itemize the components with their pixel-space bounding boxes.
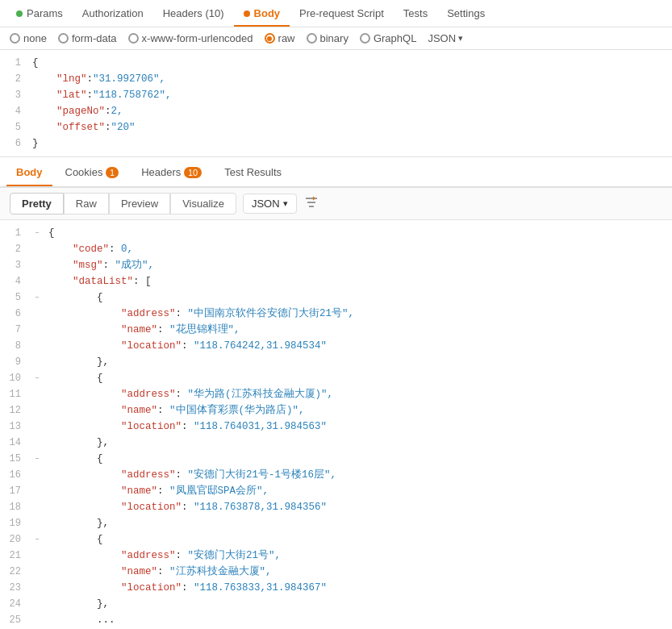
body-type-label-x-www-form-urlencoded: x-www-form-urlencoded — [142, 32, 253, 44]
body-type-label-graphql: GraphQL — [374, 32, 416, 44]
view-btn-pretty[interactable]: Pretty — [10, 193, 64, 215]
request-line-6: 6} — [0, 135, 672, 152]
resp-line-4: 4 "dataList": [ — [0, 273, 672, 290]
view-btn-preview[interactable]: Preview — [109, 193, 170, 215]
json-value: [ — [145, 276, 152, 287]
resp-tab-label-headers: Headers — [141, 166, 181, 178]
body-type-label-form-data: form-data — [72, 32, 117, 44]
json-key: "name" — [121, 566, 157, 577]
json-value: "118.763833,31.984367" — [194, 582, 327, 594]
line-number: 3 — [0, 87, 29, 103]
resp-line-8: 8 "location": "118.764242,31.984534" — [0, 338, 672, 354]
json-key: "msg" — [73, 260, 103, 271]
json-value: "118.758762", — [93, 90, 172, 101]
expand-icon: – — [29, 290, 45, 306]
line-number: 10 — [0, 370, 29, 386]
resp-line-18: 18 "location": "118.763878,31.984356" — [0, 499, 672, 515]
resp-line-25: 25 ... — [0, 612, 672, 628]
line-number: 19 — [0, 515, 29, 531]
top-tab-label-headers: Headers (10) — [163, 7, 224, 19]
resp-line-content: { — [45, 451, 672, 467]
expand-icon: – — [29, 370, 45, 386]
line-content: "lat":"118.758762", — [29, 87, 672, 103]
resp-tab-cookies[interactable]: Cookies 1 — [56, 160, 129, 185]
json-key: "lat" — [56, 90, 87, 101]
line-content: { — [29, 55, 672, 71]
top-tab-headers[interactable]: Headers (10) — [153, 1, 234, 26]
resp-line-content: "location": "118.763833,31.984367" — [45, 580, 672, 596]
top-tab-tests[interactable]: Tests — [394, 1, 437, 26]
view-button-bar: PrettyRawPreviewVisualizeJSON▾ — [0, 188, 672, 220]
filter-icon[interactable] — [303, 194, 319, 213]
line-number: 11 — [0, 386, 29, 402]
body-type-bar: noneform-datax-www-form-urlencodedrawbin… — [0, 27, 672, 50]
radio-form-data — [58, 33, 69, 44]
top-tab-bar: ParamsAuthorizationHeaders (10)BodyPre-r… — [0, 0, 672, 27]
top-tab-params[interactable]: Params — [6, 1, 73, 26]
line-number: 6 — [0, 135, 29, 152]
line-number: 5 — [0, 290, 29, 306]
radio-graphql — [360, 33, 370, 44]
json-key: "location" — [121, 582, 182, 594]
resp-tab-testresults[interactable]: Test Results — [215, 160, 291, 185]
json-key: "name" — [121, 324, 157, 335]
line-number: 12 — [0, 402, 29, 419]
top-tab-body[interactable]: Body — [234, 1, 290, 26]
json-key: "pageNo" — [56, 106, 105, 117]
expand-icon: – — [29, 451, 45, 467]
resp-line-6: 6 "address": "中国南京软件谷安德门大街21号", — [0, 306, 672, 322]
view-btn-raw[interactable]: Raw — [64, 193, 109, 215]
resp-tab-badge-cookies: 1 — [106, 167, 119, 178]
json-value: "华为路(江苏科技金融大厦)", — [188, 389, 334, 400]
radio-raw — [265, 33, 275, 44]
resp-line-content: }, — [45, 596, 672, 612]
response-code-area: 1–{2 "code": 0,3 "msg": "成功",4 "dataList… — [0, 220, 672, 629]
resp-line-content: "address": "中国南京软件谷安德门大街21号", — [45, 306, 672, 322]
json-value: 0, — [121, 244, 133, 255]
top-tab-label-authorization: Authorization — [82, 7, 144, 19]
json-value: "江苏科技金融大厦", — [169, 566, 272, 577]
json-key: "location" — [121, 340, 182, 352]
top-tab-authorization[interactable]: Authorization — [73, 1, 153, 26]
line-number: 25 — [0, 612, 29, 628]
line-number: 14 — [0, 435, 29, 451]
chevron-down-icon: ▾ — [458, 33, 463, 44]
json-value: "中国体育彩票(华为路店)", — [169, 405, 305, 416]
response-format-select[interactable]: JSON▾ — [243, 194, 297, 214]
body-type-graphql[interactable]: GraphQL — [360, 32, 416, 44]
json-key: "address" — [121, 550, 176, 561]
resp-line-content: "location": "118.764242,31.984534" — [45, 338, 672, 354]
json-key: "location" — [121, 502, 182, 513]
json-format-dropdown[interactable]: JSON▾ — [428, 32, 463, 44]
body-type-raw[interactable]: raw — [265, 32, 295, 44]
json-key: "offset" — [56, 122, 105, 133]
resp-tab-badge-headers: 10 — [184, 167, 202, 178]
body-type-binary[interactable]: binary — [307, 32, 349, 44]
line-number: 6 — [0, 306, 29, 322]
top-tab-settings[interactable]: Settings — [437, 1, 495, 26]
resp-line-16: 16 "address": "安德门大街21号-1号楼16层", — [0, 467, 672, 483]
json-key: "name" — [121, 485, 157, 497]
line-number: 8 — [0, 338, 29, 354]
line-number: 2 — [0, 241, 29, 257]
view-btn-visualize[interactable]: Visualize — [170, 193, 236, 215]
body-type-x-www-form-urlencoded[interactable]: x-www-form-urlencoded — [128, 32, 253, 44]
json-key: "dataList" — [73, 276, 133, 287]
chevron-down-icon: ▾ — [283, 198, 288, 209]
top-tab-prerequest[interactable]: Pre-request Script — [290, 1, 394, 26]
body-type-form-data[interactable]: form-data — [58, 32, 117, 44]
json-key: "address" — [121, 389, 176, 400]
resp-line-3: 3 "msg": "成功", — [0, 257, 672, 273]
resp-tab-label-cookies: Cookies — [65, 166, 103, 178]
line-content: "lng":"31.992706", — [29, 71, 672, 87]
resp-tab-body[interactable]: Body — [6, 160, 52, 185]
response-tab-bar: BodyCookies 1Headers 10Test Results — [0, 157, 672, 188]
line-number: 1 — [0, 55, 29, 71]
body-type-none[interactable]: none — [10, 32, 47, 44]
top-tab-label-settings: Settings — [447, 7, 485, 19]
resp-tab-headers[interactable]: Headers 10 — [131, 160, 211, 185]
json-key: "location" — [121, 421, 182, 432]
line-number: 20 — [0, 531, 29, 548]
body-type-label-binary: binary — [320, 32, 349, 44]
radio-none — [10, 33, 20, 44]
